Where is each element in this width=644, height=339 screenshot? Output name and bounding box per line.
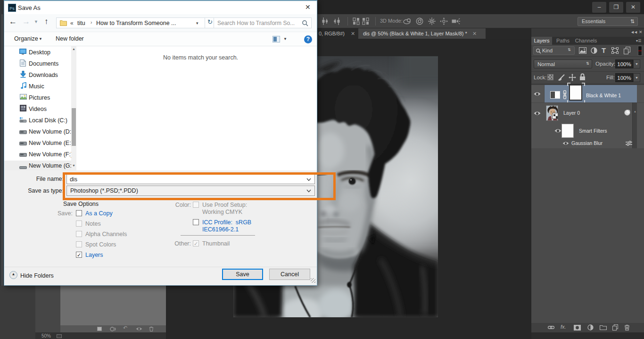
svg-text:Ps: Ps	[9, 6, 15, 11]
